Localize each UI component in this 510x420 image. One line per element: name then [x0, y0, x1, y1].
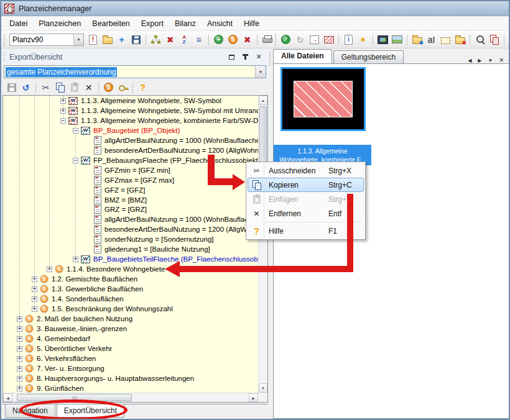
tree-item[interactable]: +2. Maß der baulichen Nutzung — [3, 314, 258, 324]
tree-item[interactable]: +5. Überörtlicher Verkehr — [3, 344, 258, 354]
scroll-right-icon[interactable]: ▶ — [249, 393, 258, 402]
key-icon[interactable] — [116, 81, 129, 94]
close-files-panel-button[interactable]: × — [499, 57, 504, 63]
context-menu-item-einfügen[interactable]: EinfügenStrg+V — [248, 192, 364, 206]
combobox-dropdown-icon[interactable]: ▼ — [73, 34, 83, 45]
window-layout-icon[interactable] — [508, 33, 510, 46]
paragraph-circle-icon[interactable]: S — [102, 81, 115, 94]
tree-item[interactable]: +8. Hauptversorgungs- u. Hauptabwasserle… — [3, 373, 258, 383]
tree-item[interactable]: −BP_Baugebiet (BP_Objekt) — [3, 126, 258, 135]
toolbar-grip[interactable] — [275, 34, 278, 45]
delete-pages-icon[interactable] — [488, 33, 501, 46]
tree-item[interactable]: allgArtDerBaulNutzung = 1000 (WohnBaufla… — [3, 214, 258, 224]
tree-expand-toggle[interactable]: + — [17, 336, 22, 342]
tree-item[interactable]: gliederung1 = [Bauliche Nutzung] — [3, 244, 258, 254]
magic-wand-icon[interactable]: ✶ — [356, 33, 369, 46]
context-menu-item-hilfe[interactable]: ?HilfeF1 — [248, 224, 364, 238]
tree-expand-toggle[interactable]: + — [17, 366, 22, 372]
new-file-icon[interactable]: ! — [86, 33, 100, 46]
tree-item[interactable]: +6. Verkehrsflächen — [3, 354, 258, 363]
tree-structure-icon[interactable] — [149, 33, 162, 46]
tree-expand-toggle[interactable]: − — [73, 128, 78, 134]
tree-item[interactable]: GFZmin = [GFZ min] — [3, 165, 258, 175]
combobox-dropdown-icon[interactable]: ▼ — [255, 66, 266, 78]
tree-item[interactable]: +3. Bauweise,-linien,-grenzen — [3, 324, 258, 334]
tree-item[interactable]: sonderNutzung = [Sondernutzung] — [3, 234, 258, 244]
remove-circle-icon[interactable]: ✖ — [241, 33, 254, 46]
export-panel-icon[interactable]: → — [308, 33, 321, 46]
image-icon[interactable] — [391, 33, 404, 46]
tree-item[interactable]: besondereArtDerBaulNutzung = 1200 (AllgW… — [3, 145, 258, 155]
menu-item-bearbeiten[interactable]: Bearbeiten — [86, 17, 135, 30]
info-file-icon[interactable]: i — [342, 33, 355, 46]
tree-expand-toggle[interactable]: + — [32, 286, 37, 292]
rename-icon[interactable]: aI — [425, 33, 438, 46]
panel-splitter[interactable] — [269, 52, 272, 66]
tree-expand-toggle[interactable]: − — [60, 118, 66, 124]
scroll-left-icon[interactable]: ◀ — [3, 393, 12, 402]
tab-scroll-left-icon[interactable]: ◀ — [468, 58, 471, 63]
delete-icon[interactable]: ✕ — [82, 81, 95, 94]
context-menu-item-ausschneiden[interactable]: ✂AusschneidenStrg+X — [248, 163, 364, 178]
add-icon[interactable]: + — [115, 33, 128, 46]
pattern-icon[interactable] — [322, 33, 335, 46]
tree-expand-toggle[interactable]: + — [32, 296, 37, 302]
tree-expand-toggle[interactable]: + — [17, 346, 22, 352]
tree-expand-toggle[interactable]: + — [32, 306, 37, 312]
menu-item-export[interactable]: Export — [136, 17, 169, 30]
tree-item[interactable]: +BP_BaugebietsTeilFlaeche (BP_Flaechensc… — [3, 254, 258, 264]
paragraph-circle-icon[interactable]: S — [226, 33, 239, 46]
pin-button[interactable] — [241, 53, 249, 62]
tree-item[interactable]: +1.1.3. Allgemeine Wohngebiete, SW-Symbo… — [3, 106, 258, 116]
undo-icon[interactable]: ↺ — [19, 81, 32, 94]
tree-item[interactable]: allgArtDerBaulNutzung = 1000 (WohnBaufla… — [3, 135, 258, 145]
scroll-up-icon[interactable]: ▲ — [259, 96, 267, 105]
save-icon[interactable] — [129, 33, 142, 46]
print-icon[interactable] — [261, 33, 274, 46]
menu-item-datei[interactable]: Datei — [4, 17, 33, 30]
scroll-down-icon[interactable]: ▼ — [259, 383, 267, 393]
menu-item-ansicht[interactable]: Ansicht — [202, 17, 238, 30]
search-text-icon[interactable] — [473, 33, 486, 46]
save-icon[interactable] — [5, 81, 18, 94]
tree-item[interactable]: +1.1.3. Allgemeine Wohngebiete, SW-Symbo… — [3, 96, 258, 106]
tree-expand-toggle[interactable]: + — [17, 376, 22, 381]
tree-expand-toggle[interactable]: + — [47, 267, 52, 272]
tree-item[interactable]: +1.3. Gewerbliche Bauflächen — [3, 284, 258, 294]
files-tab-geltungsbereich[interactable]: Geltungsbereich — [333, 50, 404, 63]
float-window-button[interactable] — [227, 53, 236, 62]
close-panel-button[interactable]: ✕ — [254, 53, 263, 62]
tree-expand-toggle[interactable]: + — [17, 316, 22, 322]
tree-expand-toggle[interactable]: + — [32, 276, 37, 282]
tree-item[interactable]: GRZ = [GRZ] — [3, 204, 258, 214]
tab-scroll-right-icon[interactable]: ▶ — [478, 58, 481, 63]
folder-delete-icon[interactable]: ✖ — [453, 33, 466, 46]
tree-item[interactable]: besondereArtDerBaulNutzung = 1200 (AllgW… — [3, 224, 258, 234]
profile-combobox[interactable]: Planzv90 ▼ — [9, 34, 84, 46]
tree-item[interactable]: GFZ = [GFZ] — [3, 185, 258, 195]
tree-item[interactable]: +1.4. Sonderbauflächen — [3, 294, 258, 304]
paste-icon[interactable] — [68, 81, 81, 94]
tree-item[interactable]: +1.5. Beschränkung der Wohnungszahl — [3, 304, 258, 314]
tab-menu-icon[interactable]: ▼ — [488, 58, 493, 63]
open-file-icon[interactable] — [101, 33, 114, 46]
files-tab-alle-dateien[interactable]: Alle Dateien — [273, 49, 332, 63]
tree-item[interactable]: −1.1.3. Allgemeine Wohngebiete, kombinie… — [3, 116, 258, 126]
context-menu-item-kopieren[interactable]: KopierenStrg+C — [248, 178, 364, 192]
cut-icon[interactable]: ✂ — [39, 81, 52, 94]
image-preview-icon[interactable] — [376, 33, 389, 46]
remove-structure-icon[interactable]: ✖ — [164, 33, 177, 46]
tree-expand-toggle[interactable]: + — [17, 326, 22, 332]
tree-expand-toggle[interactable]: + — [60, 108, 66, 114]
copy-icon[interactable] — [53, 81, 67, 94]
plan-symbol-thumbnail[interactable] — [280, 67, 366, 131]
tree-expand-toggle[interactable]: + — [17, 386, 22, 391]
add-circle-icon[interactable]: + — [212, 33, 225, 46]
help-icon[interactable]: ? — [136, 81, 149, 94]
title-bar[interactable]: Planzeichenmanager — [1, 1, 509, 16]
sort-az-icon[interactable] — [178, 33, 191, 46]
tree-item[interactable]: +1.2. Gemischte Bauflächen — [3, 274, 258, 284]
folder-new-icon[interactable]: ✱ — [410, 33, 424, 46]
tree-item[interactable]: BMZ = [BMZ] — [3, 195, 258, 205]
tree-expand-toggle[interactable]: + — [17, 356, 22, 362]
